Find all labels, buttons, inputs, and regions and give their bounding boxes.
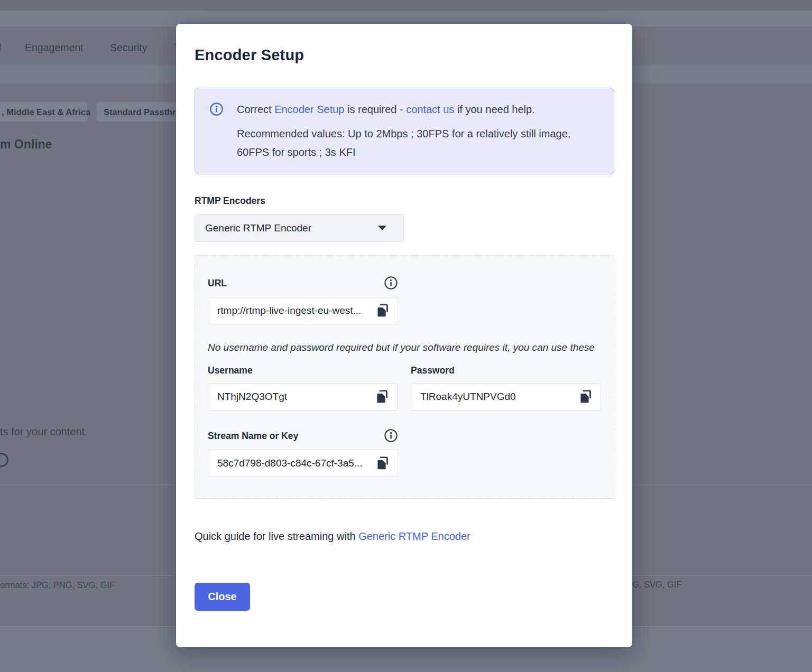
- contact-us-link[interactable]: contact us: [406, 104, 454, 115]
- encoder-setup-link[interactable]: Encoder Setup: [274, 104, 344, 115]
- encoder-setup-modal: Encoder Setup Correct Encoder Setup is r…: [176, 24, 632, 647]
- username-label: Username: [208, 365, 398, 376]
- radio-button-fragment[interactable]: [0, 453, 8, 467]
- username-value: NThjN2Q3OTgt: [217, 391, 287, 403]
- passthrough-chip-label: Standard Passthrou: [104, 107, 187, 117]
- url-label: URL: [208, 277, 227, 289]
- stream-key-info-icon[interactable]: [384, 428, 398, 443]
- info-banner: Correct Encoder Setup is required - cont…: [195, 88, 614, 174]
- quick-guide-link[interactable]: Generic RTMP Encoder: [358, 530, 470, 542]
- modal-title: Encoder Setup: [195, 45, 614, 65]
- password-label: Password: [411, 365, 601, 376]
- stream-key-label: Stream Name or Key: [208, 430, 298, 442]
- username-input[interactable]: NThjN2Q3OTgt: [208, 383, 398, 410]
- formats-hint-right: G, SVG, GIF: [632, 580, 682, 590]
- password-input[interactable]: TlRoak4yUTNPVGd0: [411, 383, 601, 410]
- tab-fragment-left[interactable]: l: [0, 42, 1, 54]
- tab-security[interactable]: Security: [110, 42, 147, 54]
- chevron-down-icon: [378, 226, 386, 230]
- encoder-credentials-section: URL rtmp://rtmp-live-ingest-eu-west... N…: [195, 255, 614, 499]
- rtmp-encoder-selected-value: Generic RTMP Encoder: [205, 222, 311, 234]
- copy-icon[interactable]: [578, 389, 594, 405]
- banner-text-part: is required -: [344, 104, 406, 115]
- info-icon: [209, 102, 224, 116]
- tab-engagement[interactable]: Engagement: [25, 42, 84, 54]
- banner-recommended-values: Recommended values: Up to 2Mbps ; 30FPS …: [237, 125, 599, 162]
- stream-key-value: 58c7d798-d803-c84c-67cf-3a5...: [217, 458, 363, 469]
- formats-hint-left: ormats: JPG, PNG, SVG, GIF: [0, 580, 115, 590]
- banner-text-part: if you need help.: [454, 104, 534, 115]
- page-top-bar: [0, 0, 812, 11]
- rtmp-encoders-label: RTMP Encoders: [195, 195, 614, 207]
- close-button[interactable]: Close: [195, 583, 250, 611]
- copy-icon[interactable]: [375, 455, 391, 471]
- info-banner-text: Correct Encoder Setup is required - cont…: [237, 100, 599, 162]
- quick-guide-prefix: Quick guide for live streaming with: [195, 530, 358, 542]
- quick-guide-text: Quick guide for live streaming with Gene…: [195, 529, 614, 544]
- rtmp-encoder-select[interactable]: Generic RTMP Encoder: [195, 214, 404, 242]
- page-body-fragment: ts for your content.: [0, 426, 88, 438]
- stream-key-input[interactable]: 58c7d798-d803-c84c-67cf-3a5...: [208, 450, 398, 477]
- url-info-icon[interactable]: [384, 276, 398, 290]
- credentials-note: No username and password required but if…: [208, 338, 600, 357]
- copy-icon[interactable]: [374, 389, 390, 405]
- copy-icon[interactable]: [375, 303, 391, 319]
- url-input[interactable]: rtmp://rtmp-live-ingest-eu-west...: [208, 297, 398, 324]
- page-heading-fragment: m Online: [0, 137, 52, 152]
- banner-text-part: Correct: [237, 104, 274, 115]
- url-value: rtmp://rtmp-live-ingest-eu-west...: [217, 305, 361, 316]
- region-chip-label: , Middle East & Africa: [2, 107, 90, 117]
- password-value: TlRoak4yUTNPVGd0: [420, 391, 516, 403]
